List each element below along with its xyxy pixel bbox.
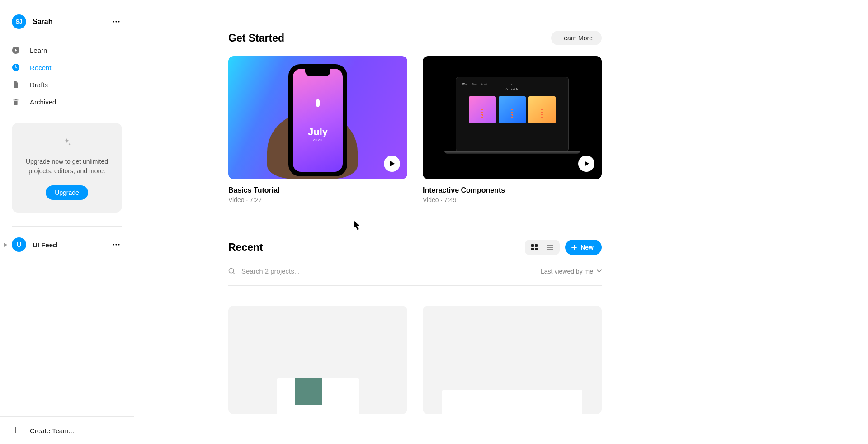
svg-point-1 bbox=[115, 21, 117, 22]
sort-label: Last viewed by me bbox=[541, 268, 593, 275]
nav-label: Learn bbox=[30, 47, 47, 54]
nav-learn[interactable]: Learn bbox=[5, 42, 128, 59]
svg-point-0 bbox=[113, 21, 114, 22]
upgrade-button[interactable]: Upgrade bbox=[46, 185, 88, 200]
video-card-basics[interactable]: July 2020 Basics Tutorial Video · 7:27 bbox=[228, 56, 407, 203]
new-button[interactable]: New bbox=[565, 240, 602, 255]
plus-icon bbox=[12, 426, 20, 435]
main-area: Get Started Learn More July 2020 bbox=[134, 0, 868, 444]
learn-more-button[interactable]: Learn More bbox=[551, 31, 602, 45]
sparkle-icon bbox=[63, 137, 71, 149]
recent-header: Recent New bbox=[228, 240, 602, 255]
recent-title: Recent bbox=[228, 241, 525, 254]
grid-icon bbox=[531, 244, 538, 250]
svg-rect-14 bbox=[547, 249, 553, 250]
recent-section: Recent New bbox=[228, 240, 602, 414]
phone-month-label: July bbox=[308, 127, 328, 137]
plus-icon bbox=[571, 245, 577, 250]
dots-horizontal-icon bbox=[113, 21, 120, 23]
svg-rect-12 bbox=[547, 245, 553, 246]
search-icon bbox=[228, 268, 235, 274]
search-box bbox=[228, 267, 541, 275]
video-card-components[interactable]: WorkBlogAbout ATLAS bbox=[423, 56, 602, 203]
project-card[interactable] bbox=[228, 306, 407, 414]
phone-year-label: 2020 bbox=[313, 138, 323, 142]
view-toggle bbox=[525, 240, 560, 255]
divider bbox=[12, 226, 122, 227]
nav-recent[interactable]: Recent bbox=[5, 59, 128, 76]
create-team-button[interactable]: Create Team... bbox=[5, 417, 128, 444]
nav-archived[interactable]: Archived bbox=[5, 93, 128, 110]
nav-label: Drafts bbox=[30, 81, 48, 89]
trash-icon bbox=[12, 98, 20, 106]
content: Get Started Learn More July 2020 bbox=[228, 31, 602, 414]
play-circle-icon bbox=[12, 46, 20, 54]
play-icon bbox=[384, 156, 400, 172]
search-row: Last viewed by me bbox=[228, 267, 602, 286]
nav-drafts[interactable]: Drafts bbox=[5, 76, 128, 93]
upgrade-text: Upgrade now to get unlimited projects, e… bbox=[22, 157, 112, 176]
svg-point-5 bbox=[113, 244, 114, 245]
team-menu-button[interactable] bbox=[110, 239, 122, 250]
create-team-label: Create Team... bbox=[30, 427, 74, 435]
list-icon bbox=[547, 245, 553, 250]
user-avatar: SJ bbox=[12, 14, 26, 29]
video-thumbnail: July 2020 bbox=[228, 56, 407, 179]
svg-rect-9 bbox=[535, 244, 538, 247]
grid-view-button[interactable] bbox=[527, 241, 542, 253]
svg-rect-8 bbox=[531, 244, 534, 247]
svg-point-15 bbox=[229, 268, 233, 273]
video-meta: Video · 7:27 bbox=[228, 196, 407, 203]
get-started-title: Get Started bbox=[228, 32, 551, 44]
video-thumbnail: WorkBlogAbout ATLAS bbox=[423, 56, 602, 179]
team-name: UI Feed bbox=[33, 241, 110, 249]
user-name: Sarah bbox=[33, 18, 110, 26]
svg-point-6 bbox=[115, 244, 117, 245]
sort-dropdown[interactable]: Last viewed by me bbox=[541, 268, 602, 275]
profile-menu-button[interactable] bbox=[110, 16, 122, 28]
nav-list: Learn Recent Drafts Archived bbox=[0, 42, 134, 110]
video-title: Interactive Components bbox=[423, 186, 602, 194]
svg-rect-10 bbox=[531, 248, 534, 250]
get-started-grid: July 2020 Basics Tutorial Video · 7:27 W bbox=[228, 56, 602, 203]
list-view-button[interactable] bbox=[542, 241, 558, 253]
play-icon bbox=[578, 156, 594, 172]
upgrade-card: Upgrade now to get unlimited projects, e… bbox=[12, 123, 122, 213]
chevron-right-icon bbox=[3, 243, 8, 247]
team-avatar: U bbox=[12, 237, 26, 252]
file-icon bbox=[12, 80, 20, 89]
video-title: Basics Tutorial bbox=[228, 186, 407, 194]
project-card[interactable] bbox=[423, 306, 602, 414]
profile-row[interactable]: SJ Sarah bbox=[0, 13, 134, 31]
sidebar-bottom: Create Team... bbox=[0, 416, 134, 444]
svg-rect-11 bbox=[535, 248, 538, 250]
sidebar: SJ Sarah Learn Recent Drafts bbox=[0, 0, 134, 444]
nav-label: Archived bbox=[30, 98, 56, 106]
search-input[interactable] bbox=[241, 267, 377, 275]
new-button-label: New bbox=[580, 244, 594, 251]
clock-icon bbox=[12, 63, 20, 71]
svg-point-2 bbox=[118, 21, 119, 22]
laptop-brand-label: ATLAS bbox=[462, 87, 562, 90]
get-started-header: Get Started Learn More bbox=[228, 31, 602, 45]
dots-horizontal-icon bbox=[113, 244, 120, 246]
nav-label: Recent bbox=[30, 64, 52, 71]
chevron-down-icon bbox=[597, 269, 602, 273]
svg-point-7 bbox=[118, 244, 119, 245]
svg-rect-13 bbox=[547, 247, 553, 248]
team-row[interactable]: U UI Feed bbox=[0, 236, 134, 254]
projects-grid bbox=[228, 306, 602, 414]
video-meta: Video · 7:49 bbox=[423, 196, 602, 203]
